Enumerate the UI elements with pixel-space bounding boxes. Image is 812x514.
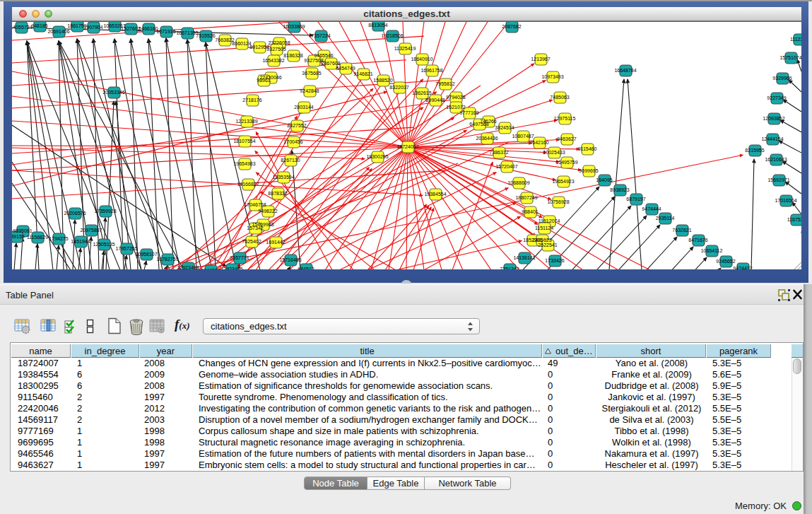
svg-text:1362615: 1362615 xyxy=(412,90,431,95)
svg-text:2718176: 2718176 xyxy=(242,98,261,103)
svg-text:8267130: 8267130 xyxy=(281,158,300,163)
svg-text:19654923: 19654923 xyxy=(552,179,574,184)
svg-text:1527602: 1527602 xyxy=(121,26,140,31)
svg-text:8660124: 8660124 xyxy=(232,41,251,46)
svg-text:10654112: 10654112 xyxy=(701,248,723,253)
svg-text:8322037: 8322037 xyxy=(389,85,408,90)
svg-text:15716485: 15716485 xyxy=(279,257,301,262)
svg-text:10807487: 10807487 xyxy=(512,134,534,139)
svg-text:17359928: 17359928 xyxy=(94,209,116,214)
svg-text:19384554: 19384554 xyxy=(424,192,446,197)
svg-text:3675685: 3675685 xyxy=(302,71,321,76)
svg-text:984512: 984512 xyxy=(298,267,314,269)
svg-text:12923468: 12923468 xyxy=(177,265,199,269)
svg-text:157342: 157342 xyxy=(247,226,263,230)
svg-text:7515526: 7515526 xyxy=(196,33,215,38)
svg-text:8427552: 8427552 xyxy=(287,123,306,128)
svg-text:1588520: 1588520 xyxy=(373,78,392,83)
svg-text:8938923: 8938923 xyxy=(610,187,629,192)
svg-text:17016504: 17016504 xyxy=(775,198,796,203)
svg-text:948185: 948185 xyxy=(31,23,47,28)
svg-text:12093852: 12093852 xyxy=(763,116,784,121)
svg-text:9794028: 9794028 xyxy=(446,95,465,100)
svg-text:18107554: 18107554 xyxy=(233,139,255,144)
svg-text:19218506: 19218506 xyxy=(381,33,403,38)
svg-text:15495759: 15495759 xyxy=(555,160,577,165)
svg-text:9835061: 9835061 xyxy=(13,228,32,233)
svg-text:11612074: 11612074 xyxy=(539,218,560,223)
svg-text:9498222: 9498222 xyxy=(258,209,277,214)
svg-text:2867608: 2867608 xyxy=(321,61,340,66)
svg-text:12213389: 12213389 xyxy=(235,119,257,124)
svg-text:9327505: 9327505 xyxy=(266,47,286,52)
svg-text:16543382: 16543382 xyxy=(262,58,284,63)
svg-text:2522541: 2522541 xyxy=(538,243,557,247)
svg-text:9474412: 9474412 xyxy=(733,266,752,269)
svg-text:12923465: 12923465 xyxy=(220,267,242,269)
svg-text:20053346: 20053346 xyxy=(102,90,124,95)
svg-text:1451944: 1451944 xyxy=(71,239,90,244)
svg-text:2935114: 2935114 xyxy=(656,216,675,221)
svg-text:7955812: 7955812 xyxy=(435,81,454,86)
svg-text:1167533: 1167533 xyxy=(787,217,801,222)
svg-text:6497568: 6497568 xyxy=(469,122,488,127)
svg-text:10756928: 10756928 xyxy=(547,199,569,204)
svg-text:12444154: 12444154 xyxy=(761,136,783,141)
svg-text:10958107: 10958107 xyxy=(135,252,157,257)
svg-text:16782759: 16782759 xyxy=(156,257,178,262)
svg-text:1071915: 1071915 xyxy=(156,29,175,34)
svg-text:16648784: 16648784 xyxy=(614,68,636,73)
svg-text:9115460: 9115460 xyxy=(578,146,597,151)
svg-text:1733426: 1733426 xyxy=(545,258,564,263)
svg-text:8878332: 8878332 xyxy=(268,191,287,196)
svg-text:9474444: 9474444 xyxy=(642,206,661,211)
svg-text:9146821: 9146821 xyxy=(353,71,372,76)
svg-text:9245652: 9245652 xyxy=(716,259,735,264)
svg-text:16210643: 16210643 xyxy=(765,157,787,162)
svg-text:9242848: 9242848 xyxy=(300,88,319,93)
svg-text:17046758: 17046758 xyxy=(244,202,266,207)
svg-text:968401: 968401 xyxy=(522,209,538,214)
svg-text:1700456: 1700456 xyxy=(283,139,302,144)
svg-text:98961: 98961 xyxy=(257,78,271,83)
svg-text:10973493: 10973493 xyxy=(541,74,563,79)
svg-text:14136141: 14136141 xyxy=(513,255,535,260)
svg-text:9227349: 9227349 xyxy=(767,95,786,100)
svg-text:8813054: 8813054 xyxy=(368,23,387,28)
svg-text:9777169: 9777169 xyxy=(459,110,478,115)
svg-text:1112384: 1112384 xyxy=(790,37,801,42)
svg-text:19166827: 19166827 xyxy=(237,182,259,187)
svg-text:11325419: 11325419 xyxy=(394,46,416,51)
svg-text:8454749: 8454749 xyxy=(336,66,355,71)
svg-text:15692971: 15692971 xyxy=(767,177,789,182)
svg-text:7632621: 7632621 xyxy=(672,228,691,233)
svg-text:17957255: 17957255 xyxy=(115,246,137,251)
svg-text:9463627: 9463627 xyxy=(557,136,576,141)
svg-text:18807249: 18807249 xyxy=(515,195,537,200)
svg-text:8186328: 8186328 xyxy=(283,53,302,58)
svg-text:23226058: 23226058 xyxy=(268,40,290,45)
svg-text:9699695: 9699695 xyxy=(579,168,598,173)
svg-text:18724007: 18724007 xyxy=(396,144,418,149)
svg-text:12975115: 12975115 xyxy=(554,116,576,121)
svg-text:8471676: 8471676 xyxy=(688,238,707,243)
svg-text:16671355: 16671355 xyxy=(176,30,198,35)
svg-text:2485123: 2485123 xyxy=(532,238,551,243)
svg-text:6879197: 6879197 xyxy=(626,197,645,201)
svg-text:1621072: 1621072 xyxy=(446,105,465,110)
svg-text:11156829: 11156829 xyxy=(27,235,48,240)
svg-text:15751074: 15751074 xyxy=(779,55,801,60)
svg-text:8990448: 8990448 xyxy=(425,98,445,103)
svg-text:10025433: 10025433 xyxy=(543,150,565,155)
svg-text:8215955: 8215955 xyxy=(745,148,764,153)
svg-text:789159: 789159 xyxy=(12,234,25,239)
svg-text:8944592: 8944592 xyxy=(201,268,220,269)
svg-text:7485063: 7485063 xyxy=(550,95,569,100)
svg-text:20975887: 20975887 xyxy=(80,228,102,233)
svg-text:9465546: 9465546 xyxy=(314,53,333,58)
svg-text:16033809: 16033809 xyxy=(283,24,305,29)
svg-text:12353594: 12353594 xyxy=(272,175,294,180)
svg-text:18300295: 18300295 xyxy=(366,154,388,159)
svg-text:16961758: 16961758 xyxy=(420,68,442,73)
svg-text:1794275: 1794275 xyxy=(49,236,68,241)
